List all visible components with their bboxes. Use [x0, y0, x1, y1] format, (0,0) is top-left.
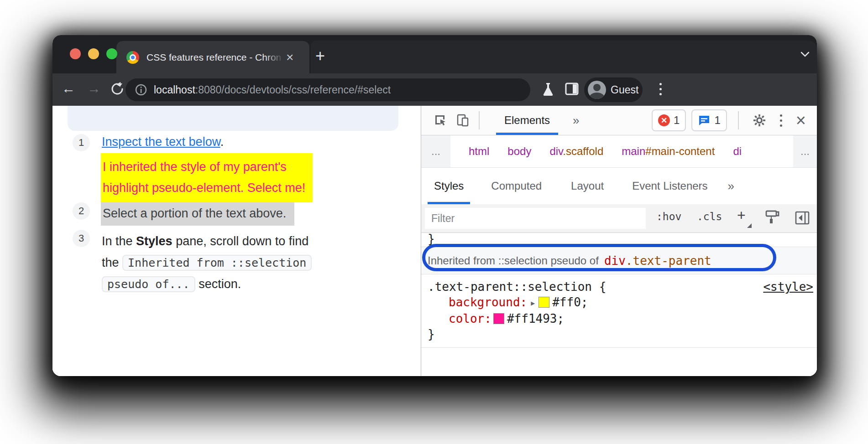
- step-number-2: 2: [73, 202, 90, 220]
- chrome-favicon-icon: [126, 51, 139, 64]
- styles-pane: } Inherited from ::selection pseudo of d…: [421, 233, 817, 376]
- tab-styles[interactable]: Styles: [427, 168, 471, 204]
- highlight-line-1: I inherited the style of my parent's: [103, 160, 287, 174]
- tab-elements[interactable]: Elements: [494, 106, 560, 135]
- profile-name: Guest: [611, 84, 638, 96]
- browser-tab[interactable]: CSS features reference - Chron ×: [116, 41, 309, 73]
- tab-event-listeners[interactable]: Event Listeners: [625, 168, 715, 204]
- device-toolbar-icon[interactable]: [456, 114, 470, 127]
- web-page: 1 Inspect the text below. I inherited th…: [52, 106, 421, 376]
- css-rule: .text-parent::selection { <style> backgr…: [421, 274, 817, 348]
- inline-code-1: Inherited from ::selection: [122, 255, 312, 271]
- dom-breadcrumbs: ... html body div.scaffold main#main-con…: [421, 135, 817, 168]
- scrolled-code-block: [68, 106, 398, 131]
- declaration-background[interactable]: background:▶#ff0;: [428, 294, 817, 311]
- element-classes-toggle[interactable]: .cls: [697, 211, 722, 222]
- tab-layout[interactable]: Layout: [564, 168, 611, 204]
- new-style-rule-button[interactable]: +: [737, 207, 746, 224]
- tab-computed[interactable]: Computed: [484, 168, 549, 204]
- step-2-text: Select a portion of the text above.: [101, 202, 294, 226]
- traffic-light-close[interactable]: [70, 48, 81, 59]
- flask-icon[interactable]: [541, 82, 555, 97]
- close-devtools-icon[interactable]: ×: [796, 114, 806, 127]
- breadcrumb-main-content[interactable]: main#main-content: [622, 145, 715, 158]
- browser-window: CSS features reference - Chron × + ← → l…: [52, 35, 817, 376]
- content-area: 1 Inspect the text below. I inherited th…: [52, 106, 817, 376]
- side-panel-icon[interactable]: [565, 82, 579, 96]
- breadcrumb-div-scaffold[interactable]: div.scaffold: [549, 145, 603, 158]
- highlighted-paragraph[interactable]: I inherited the style of my parent's hig…: [101, 153, 313, 202]
- avatar: [588, 81, 606, 99]
- filter-input[interactable]: [425, 208, 646, 229]
- tab-close-icon[interactable]: ×: [286, 51, 293, 64]
- new-rule-options-icon[interactable]: [747, 223, 752, 228]
- expand-shorthand-icon[interactable]: ▶: [531, 299, 535, 307]
- color-swatch-pink[interactable]: [493, 313, 504, 324]
- devtools-toolbar: Elements » ✕ 1 1: [421, 106, 817, 135]
- step-3-text: In the Styles pane, scroll down to find …: [102, 231, 321, 295]
- breadcrumb-scroll-left[interactable]: ...: [421, 135, 450, 167]
- inspect-text-link[interactable]: Inspect the text below: [102, 135, 220, 149]
- chevron-down-icon[interactable]: [799, 50, 811, 59]
- new-tab-button[interactable]: +: [315, 48, 325, 64]
- highlight-line-2: highlight pseudo-element. Select me!: [103, 181, 305, 195]
- issues-count: 1: [714, 114, 720, 127]
- paint-roller-icon[interactable]: [764, 210, 781, 227]
- devtools-controls: ×: [738, 111, 806, 129]
- breadcrumb-scroll-right[interactable]: ...: [793, 135, 817, 167]
- declaration-color[interactable]: color:#ff1493;: [428, 311, 817, 326]
- message-icon: [698, 114, 711, 127]
- breadcrumb-html[interactable]: html: [469, 145, 489, 158]
- rule-selector[interactable]: .text-parent::selection { <style>: [428, 279, 817, 294]
- step-number-3: 3: [73, 230, 90, 247]
- color-swatch-yellow[interactable]: [539, 297, 549, 308]
- styles-filter-bar: :hov .cls +: [421, 204, 817, 233]
- traffic-light-zoom[interactable]: [106, 48, 117, 59]
- error-badge[interactable]: ✕ 1: [652, 109, 686, 131]
- error-icon: ✕: [658, 114, 670, 126]
- traffic-light-minimize[interactable]: [88, 48, 99, 59]
- back-icon[interactable]: ←: [62, 81, 75, 96]
- more-panels-icon[interactable]: »: [573, 114, 579, 128]
- toolbar-separator: [479, 111, 480, 129]
- computed-sidebar-toggle-icon[interactable]: [795, 211, 810, 225]
- more-tabs-icon[interactable]: »: [728, 179, 734, 193]
- issues-badge[interactable]: 1: [691, 109, 727, 131]
- browser-toolbar: ← → localhost:8080/docs/devtools/css/ref…: [52, 73, 817, 106]
- breadcrumb-truncated[interactable]: di: [733, 145, 742, 158]
- style-source-link[interactable]: <style>: [763, 279, 813, 294]
- devtools-panel: Elements » ✕ 1 1: [421, 106, 817, 376]
- inherited-label: Inherited from ::selection pseudo of: [428, 254, 599, 267]
- previous-rule-close-brace: }: [421, 233, 817, 247]
- url-bar[interactable]: localhost:8080/docs/devtools/css/referen…: [125, 78, 530, 101]
- step-1-text: Inspect the text below.: [102, 135, 224, 149]
- forward-icon[interactable]: →: [87, 81, 101, 96]
- node-link[interactable]: div.text-parent: [604, 254, 711, 268]
- url-text: localhost:8080/docs/devtools/css/referen…: [154, 84, 391, 96]
- rule-close-brace: }: [428, 326, 817, 342]
- reload-icon[interactable]: [110, 82, 125, 96]
- browser-menu-icon[interactable]: [659, 83, 662, 95]
- selected-text: Select a portion of the text above.: [101, 202, 294, 226]
- inspect-element-icon[interactable]: [433, 114, 447, 127]
- profile-button[interactable]: Guest: [584, 77, 643, 102]
- inherited-section-header: Inherited from ::selection pseudo of div…: [421, 247, 817, 274]
- site-info-icon[interactable]: [135, 83, 147, 96]
- devtools-menu-icon[interactable]: [780, 114, 782, 127]
- tab-title: CSS features reference - Chron: [146, 52, 283, 63]
- error-count: 1: [674, 114, 680, 127]
- step-number-1: 1: [73, 134, 90, 151]
- settings-gear-icon[interactable]: [753, 114, 766, 127]
- tab-strip: CSS features reference - Chron × +: [52, 35, 817, 73]
- sidebar-tabs: Styles Computed Layout Event Listeners »: [421, 168, 817, 204]
- issue-badges: ✕ 1 1: [652, 109, 727, 131]
- breadcrumb-body[interactable]: body: [507, 145, 531, 158]
- toggle-element-state[interactable]: :hov: [656, 211, 681, 222]
- inline-code-2: pseudo of...: [102, 276, 195, 292]
